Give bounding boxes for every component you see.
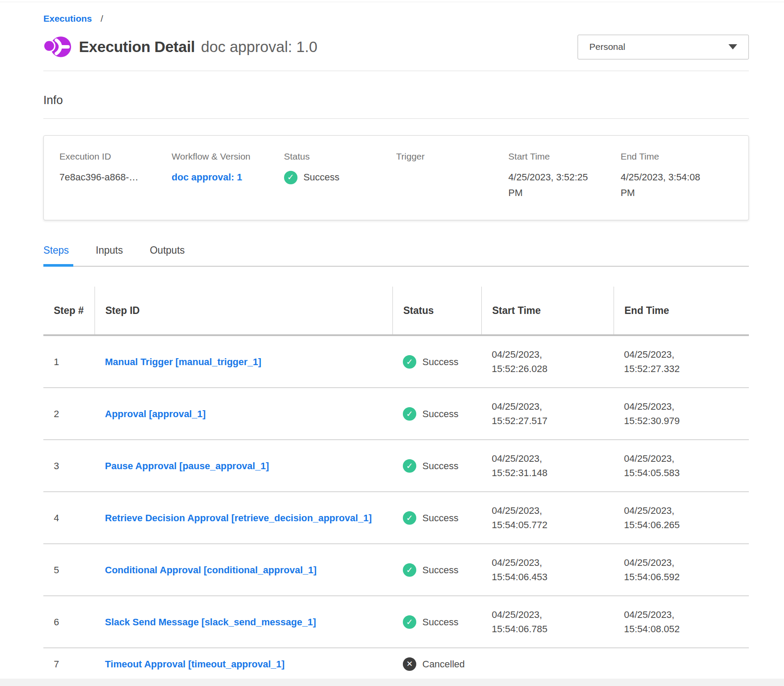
end-time-line: 15:54:06.592 (624, 570, 738, 584)
start-time-cell: 04/25/2023, 15:52:27.517 (481, 388, 614, 439)
info-field-start-time: Start Time 4/25/2023, 3:52:25 PM (508, 151, 621, 201)
start-time-cell: 04/25/2023, 15:52:31.148 (481, 440, 614, 491)
end-time-cell: 04/25/2023, 15:52:30.979 (614, 388, 749, 439)
tab-steps[interactable]: Steps (43, 245, 69, 266)
end-date-line: 04/25/2023, (624, 451, 738, 466)
breadcrumb: Executions / (43, 13, 749, 24)
step-number-cell: 4 (43, 500, 95, 536)
start-time-cell: 04/25/2023, 15:52:26.028 (481, 336, 614, 387)
execution-id-value: 7e8ac396-a868-… (59, 170, 150, 185)
step-id-link[interactable]: Conditional Approval [conditional_approv… (105, 565, 317, 575)
step-number-cell: 6 (43, 604, 95, 640)
status-label: Success (422, 459, 458, 473)
success-icon: ✓ (403, 459, 416, 473)
status-cell: ✓ Success (392, 395, 481, 432)
success-icon: ✓ (403, 355, 416, 369)
column-header-step-number: Step # (43, 287, 95, 334)
start-time-line2: PM (508, 185, 599, 201)
tab-inputs[interactable]: Inputs (96, 245, 123, 266)
status-cell: ✓ Success (392, 343, 481, 380)
cancelled-icon: ✕ (403, 657, 416, 671)
end-time-cell: 04/25/2023, 15:54:05.583 (614, 440, 749, 491)
field-label: Status (284, 151, 396, 162)
end-time-line: 15:54:06.265 (624, 518, 738, 532)
step-id-link[interactable]: Retrieve Decision Approval [retrieve_dec… (105, 513, 372, 523)
steps-table: Step # Step ID Status Start Time End Tim… (43, 287, 749, 686)
end-time-cell (614, 656, 749, 673)
table-row: 1 Manual Trigger [manual_trigger_1] ✓ Su… (43, 336, 749, 388)
info-section-heading: Info (43, 94, 749, 107)
table-row: 6 Slack Send Message [slack_send_message… (43, 596, 749, 648)
step-number-cell: 5 (43, 552, 95, 588)
breadcrumb-executions-link[interactable]: Executions (43, 13, 92, 23)
info-field-trigger: Trigger (396, 151, 509, 201)
start-date-line: 04/25/2023, (492, 451, 603, 466)
end-time-line: 15:54:05.583 (624, 466, 738, 480)
info-field-end-time: End Time 4/25/2023, 3:54:08 PM (621, 151, 733, 201)
step-id-link[interactable]: Manual Trigger [manual_trigger_1] (105, 356, 261, 367)
end-time-line: 15:54:08.052 (624, 622, 738, 636)
end-time-line1: 4/25/2023, 3:54:08 (621, 170, 712, 185)
chevron-down-icon (728, 44, 737, 49)
status-value: Success (304, 170, 340, 185)
table-row: 5 Conditional Approval [conditional_appr… (43, 544, 749, 596)
start-time-cell: 04/25/2023, 15:54:06.453 (481, 544, 614, 595)
step-id-link[interactable]: Pause Approval [pause_approval_1] (105, 461, 269, 471)
project-select-value: Personal (589, 42, 625, 52)
start-time-line: 15:54:06.785 (492, 622, 603, 636)
column-header-step-id: Step ID (95, 287, 392, 334)
end-date-line: 04/25/2023, (624, 347, 738, 362)
start-time-cell (481, 656, 614, 673)
step-number-cell: 1 (43, 343, 95, 380)
start-time-line: 15:52:31.148 (492, 466, 603, 480)
table-row: 7 Timeout Approval [timeout_approval_1] … (43, 648, 749, 681)
table-row: 4 Retrieve Decision Approval [retrieve_d… (43, 492, 749, 544)
column-header-status: Status (392, 287, 481, 334)
start-date-line: 04/25/2023, (492, 608, 603, 622)
steps-table-header: Step # Step ID Status Start Time End Tim… (43, 287, 749, 336)
end-time-cell: 04/25/2023, 15:54:06.592 (614, 544, 749, 595)
end-time-cell: 04/25/2023, 15:54:08.052 (614, 596, 749, 647)
column-header-end-time: End Time (614, 287, 749, 334)
end-date-line: 04/25/2023, (624, 608, 738, 622)
workflow-version-link[interactable]: doc approval: 1 (172, 172, 242, 183)
step-id-link[interactable]: Timeout Approval [timeout_approval_1] (105, 659, 284, 670)
status-label: Success (422, 511, 458, 525)
info-field-status: Status ✓ Success (284, 151, 396, 201)
start-time-cell: 04/25/2023, 15:54:06.785 (481, 596, 614, 647)
step-number-cell: 7 (43, 648, 95, 680)
status-cell: ✓ Success (392, 604, 481, 640)
step-number-cell: 2 (43, 395, 95, 432)
column-header-start-time: Start Time (481, 287, 614, 334)
title-row: Execution Detail doc approval: 1.0 Perso… (43, 34, 749, 59)
status-label: Success (422, 563, 458, 577)
start-time-line1: 4/25/2023, 3:52:25 (508, 170, 599, 185)
tab-outputs[interactable]: Outputs (150, 245, 185, 266)
success-icon: ✓ (403, 407, 416, 421)
start-time-cell: 04/25/2023, 15:54:05.772 (481, 492, 614, 543)
field-label: Workflow & Version (172, 151, 284, 162)
end-time-cell: 04/25/2023, 15:54:06.265 (614, 492, 749, 543)
info-divider (43, 118, 749, 119)
success-icon: ✓ (403, 615, 416, 629)
status-cell: ✕ Cancelled (392, 648, 481, 680)
field-label: Execution ID (59, 151, 172, 162)
page-top-border (0, 0, 784, 2)
end-date-line: 04/25/2023, (624, 503, 738, 518)
status-label: Success (422, 615, 458, 629)
status-label: Success (422, 407, 458, 421)
end-time-line2: PM (621, 185, 712, 201)
start-time-line: 15:54:05.772 (492, 518, 603, 532)
start-time-line: 15:54:06.453 (492, 570, 603, 584)
page-subtitle: doc approval: 1.0 (201, 38, 318, 56)
field-label: Start Time (508, 151, 621, 162)
end-time-cell: 04/25/2023, 15:52:27.332 (614, 336, 749, 387)
table-row: 2 Approval [approval_1] ✓ Success 04/25/… (43, 388, 749, 440)
start-date-line: 04/25/2023, (492, 503, 603, 518)
success-icon: ✓ (403, 563, 416, 577)
step-id-link[interactable]: Approval [approval_1] (105, 408, 206, 419)
start-time-line: 15:52:27.517 (492, 414, 603, 428)
step-id-link[interactable]: Slack Send Message [slack_send_message_1… (105, 617, 316, 627)
start-time-line: 15:52:26.028 (492, 362, 603, 376)
project-select[interactable]: Personal (578, 35, 749, 59)
